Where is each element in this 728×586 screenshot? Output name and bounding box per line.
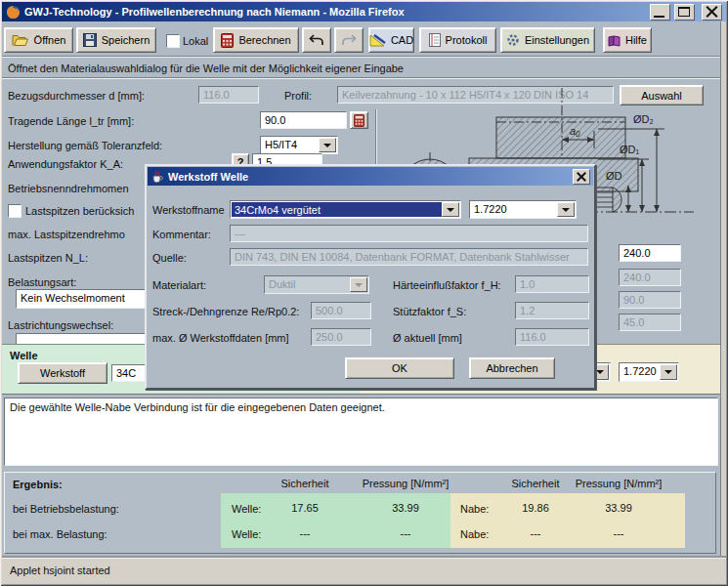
max-durchmesser-label: max. Ø Werkstoffdaten [mm] bbox=[152, 331, 289, 345]
herstellung-label: Herstellung gemäß Toleranzfeld: bbox=[8, 139, 162, 152]
stuetzfaktor-label: Stützfaktor f_S: bbox=[393, 305, 466, 318]
dialog-title-bar: Werkstoff Welle bbox=[148, 167, 593, 186]
anwendungsfaktor-label: Anwendungsfaktor K_A: bbox=[8, 157, 123, 171]
belastungsart-label: Belastungsart: bbox=[8, 275, 76, 289]
werkstoffname-combobox[interactable]: 34CrMo4 vergütet bbox=[230, 200, 461, 219]
max-durchmesser-field[interactable]: 250.0 bbox=[311, 328, 371, 346]
cad-icon bbox=[369, 34, 386, 47]
close-button[interactable] bbox=[702, 4, 722, 21]
maximize-button[interactable] bbox=[674, 4, 695, 21]
dim-d-label: ØD bbox=[606, 170, 622, 182]
stuetzfaktor-field[interactable]: 1.2 bbox=[515, 302, 589, 319]
open-folder-icon bbox=[12, 34, 29, 47]
bezugsdurchmesser-field[interactable]: 116.0 bbox=[198, 86, 259, 104]
status-text: Applet hsjoint started bbox=[10, 565, 110, 576]
cad-label: CAD bbox=[391, 34, 413, 46]
hilfe-label: Hilfe bbox=[625, 34, 647, 46]
profil-label: Profil: bbox=[284, 89, 312, 103]
header-pressung-nabe: Pressung [N/mm²] bbox=[560, 478, 677, 489]
ok-button[interactable]: OK bbox=[345, 357, 454, 379]
calc-helper-button[interactable] bbox=[350, 111, 368, 129]
max-lastspitzen-label: max. Lastspitzendrehmo bbox=[8, 228, 125, 241]
header-sicherheit-welle: Sicherheit bbox=[261, 478, 349, 489]
gear-icon bbox=[506, 33, 520, 47]
cad-button[interactable]: CAD bbox=[368, 27, 414, 53]
open-button[interactable]: Öffnen bbox=[4, 27, 73, 53]
streckgrenze-field[interactable]: 500.0 bbox=[311, 302, 371, 319]
protokoll-button[interactable]: Protokoll bbox=[419, 27, 496, 53]
kommentar-label: Kommentar: bbox=[152, 228, 211, 241]
lastspitzen-check-label: Lastspitzen berücksich bbox=[25, 204, 134, 218]
werkstoff-dialog: Werkstoff Welle Werkstoffname 34CrMo4 ve… bbox=[145, 164, 596, 390]
row-betrieb-welle-sicherheit: 17.65 bbox=[261, 502, 349, 514]
chevron-down-icon[interactable] bbox=[319, 138, 336, 152]
materialart-combobox[interactable]: Duktil bbox=[264, 275, 369, 294]
streckgrenze-label: Streck-/Dehngrenze Re/Rp0.2: bbox=[152, 305, 299, 318]
row-betrieb-nabe: Nabe: bbox=[460, 502, 489, 516]
einstellungen-label: Einstellungen bbox=[525, 34, 589, 46]
lastrichtungswechsel-label: Lastrichtungswechsel: bbox=[8, 318, 113, 332]
row-max-welle: Welle: bbox=[232, 527, 261, 541]
notepad-icon bbox=[429, 33, 441, 47]
undo-arrow-icon bbox=[309, 34, 324, 47]
betriebsnenndrehmoment-label: Betriebsnenndrehmomen bbox=[8, 182, 129, 195]
abbrechen-button[interactable]: Abbrechen bbox=[469, 357, 555, 379]
redo-button[interactable] bbox=[334, 27, 364, 53]
chevron-down-icon[interactable] bbox=[557, 202, 575, 217]
results-panel: Ergebnis: Sicherheit Pressung [N/mm²] Si… bbox=[4, 472, 716, 554]
local-label: Lokal bbox=[183, 34, 208, 48]
dim-d1-label: ØD₁ bbox=[620, 144, 640, 155]
status-bar: Applet hsjoint started bbox=[2, 558, 726, 582]
local-checkbox[interactable] bbox=[166, 34, 180, 48]
materialart-label: Materialart: bbox=[152, 278, 206, 292]
protokoll-label: Protokoll bbox=[446, 34, 488, 46]
lastspitzen-checkbox[interactable] bbox=[8, 204, 21, 218]
tragende-laenge-field[interactable]: 90.0 bbox=[260, 111, 347, 129]
header-pressung-welle: Pressung [N/mm²] bbox=[352, 478, 459, 489]
dialog-close-icon[interactable] bbox=[573, 169, 590, 185]
dim-d2-label: ØD₂ bbox=[633, 113, 654, 125]
haerteeinfluss-field[interactable]: 1.0 bbox=[515, 275, 589, 293]
dim-a0-label: a₀ bbox=[570, 125, 580, 137]
werkstoffnummer-combobox[interactable]: 1.7220 bbox=[469, 200, 577, 219]
haerteeinfluss-label: Härteeinflußfaktor f_H: bbox=[393, 278, 501, 292]
werkstoff-button[interactable]: Werkstoff bbox=[18, 362, 107, 384]
toleranzfeld-value: H5/IT4 bbox=[265, 139, 297, 150]
quelle-label: Quelle: bbox=[152, 251, 187, 265]
open-label: Öffnen bbox=[34, 34, 66, 46]
durchmesser-aktuell-label: Ø aktuell [mm] bbox=[393, 331, 462, 345]
minimize-button[interactable] bbox=[650, 4, 670, 21]
save-label: Speichern bbox=[102, 34, 150, 46]
row-max-welle-pressung: --- bbox=[352, 527, 459, 539]
chevron-down-icon[interactable] bbox=[442, 202, 459, 217]
save-button[interactable]: Speichern bbox=[76, 27, 156, 53]
row-betrieb-welle: Welle: bbox=[232, 502, 261, 516]
java-applet-icon bbox=[150, 170, 164, 184]
window-title: GWJ-Technology - Profilwellenberechnung … bbox=[24, 6, 646, 18]
lastspitzen-nl-label: Lastspitzen N_L: bbox=[8, 251, 88, 265]
results-title: Ergebnis: bbox=[13, 478, 63, 491]
firefox-icon bbox=[6, 5, 21, 20]
calculator-small-icon bbox=[354, 114, 364, 127]
calculate-button[interactable]: Berechnen bbox=[213, 27, 299, 53]
kommentar-field[interactable]: --- bbox=[230, 225, 588, 242]
row-betrieb-nabe-pressung: 33.99 bbox=[560, 502, 677, 514]
row-betrieb-label: bei Betriebsbelastung: bbox=[13, 502, 119, 516]
message-area: Die gewählte Welle-Nabe Verbindung ist f… bbox=[4, 398, 718, 466]
einstellungen-button[interactable]: Einstellungen bbox=[500, 27, 595, 53]
toleranzfeld-combobox[interactable]: H5/IT4 bbox=[260, 136, 338, 154]
redo-arrow-icon bbox=[341, 34, 357, 47]
row-max-nabe-pressung: --- bbox=[560, 527, 677, 539]
book-icon bbox=[608, 34, 621, 47]
werkstoffnummer-value: 1.7220 bbox=[474, 203, 507, 215]
row-max-nabe: Nabe: bbox=[460, 527, 489, 541]
tragende-laenge-label: Tragende Länge l_tr [mm]: bbox=[8, 114, 134, 128]
undo-button[interactable] bbox=[302, 27, 331, 53]
hilfe-button[interactable]: Hilfe bbox=[603, 27, 652, 53]
quelle-field[interactable]: DIN 743, DIN EN 10084, Datenbank FORMAT,… bbox=[230, 248, 588, 266]
werkstoffname-label: Werkstoffname bbox=[152, 203, 225, 217]
materialart-value: Duktil bbox=[269, 278, 296, 290]
welle-section-title: Welle bbox=[10, 349, 38, 362]
floppy-icon bbox=[83, 33, 97, 47]
durchmesser-aktuell-field[interactable]: 116.0 bbox=[515, 328, 589, 346]
